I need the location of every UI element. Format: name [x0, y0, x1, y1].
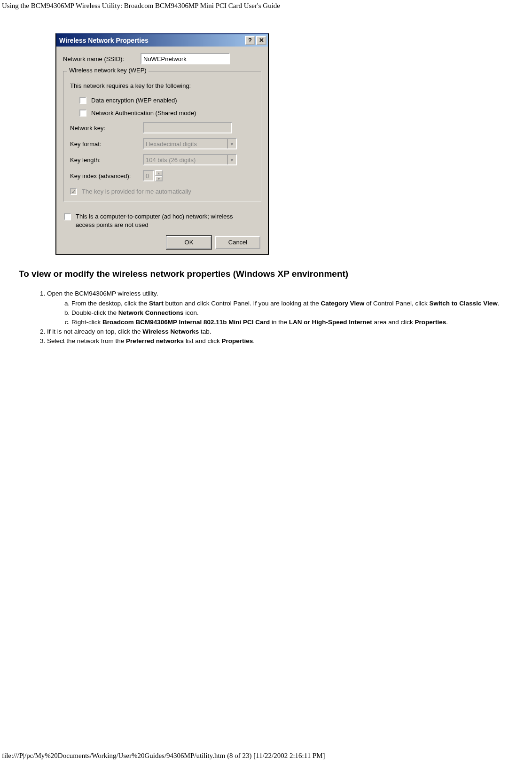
key-length-value: 104 bits (26 digits)	[144, 156, 227, 164]
cancel-button[interactable]: Cancel	[215, 236, 260, 249]
key-format-value: Hexadecimal digits	[144, 141, 227, 148]
key-index-label: Key index (advanced):	[70, 172, 143, 180]
auth-label: Network Authentication (Shared mode)	[91, 109, 196, 117]
step-2: If it is not already on top, click the W…	[47, 328, 532, 336]
dialog-title: Wireless Network Properties	[59, 37, 244, 44]
auth-checkbox[interactable]	[79, 109, 86, 117]
titlebar: Wireless Network Properties ? ✕	[56, 33, 268, 47]
step-1: Open the BCM94306MP wireless utility. Fr…	[47, 289, 532, 327]
spinner-up-icon: ▲	[155, 170, 163, 176]
dialog-screenshot: Wireless Network Properties ? ✕ Network …	[55, 33, 532, 255]
chevron-down-icon: ▼	[227, 139, 236, 148]
auto-key-label: The key is provided for me automatically	[82, 188, 191, 195]
instructions: Open the BCM94306MP wireless utility. Fr…	[34, 289, 532, 345]
adhoc-label: This is a computer-to-computer (ad hoc) …	[76, 212, 235, 229]
close-button[interactable]: ✕	[256, 36, 266, 45]
ok-button[interactable]: OK	[166, 236, 211, 249]
ssid-label: Network name (SSID):	[63, 55, 141, 62]
encryption-label: Data encryption (WEP enabled)	[91, 97, 177, 104]
spinner-down-icon: ▼	[155, 176, 163, 181]
step-1b: Double-click the Network Connections ico…	[71, 309, 532, 317]
ssid-input[interactable]	[141, 53, 230, 64]
key-index-spinner: 0 ▲ ▼	[143, 170, 163, 181]
help-button[interactable]: ?	[245, 36, 255, 45]
network-key-input	[143, 122, 232, 133]
step-3: Select the network from the Preferred ne…	[47, 337, 532, 345]
page-header: Using the BCM94306MP Wireless Utility: B…	[0, 0, 532, 10]
step-1c: Right-click Broadcom BCM94306MP Internal…	[71, 318, 532, 327]
key-length-combo: 104 bits (26 digits) ▼	[143, 154, 237, 165]
wireless-properties-dialog: Wireless Network Properties ? ✕ Network …	[55, 33, 269, 255]
wep-desc: This network requires a key for the foll…	[70, 82, 256, 89]
auto-key-checkbox	[70, 188, 77, 195]
encryption-checkbox[interactable]	[79, 97, 86, 104]
wep-groupbox: Wireless network key (WEP) This network …	[63, 71, 261, 202]
key-length-label: Key length:	[70, 156, 143, 164]
key-index-value: 0	[143, 170, 154, 181]
wep-legend: Wireless network key (WEP)	[67, 67, 149, 74]
section-heading: To view or modify the wireless network p…	[19, 269, 532, 279]
chevron-down-icon: ▼	[227, 155, 236, 164]
network-key-label: Network key:	[70, 125, 143, 132]
key-format-label: Key format:	[70, 141, 143, 148]
step-1a: From the desktop, click the Start button…	[71, 299, 532, 308]
adhoc-checkbox[interactable]	[64, 213, 71, 220]
key-format-combo: Hexadecimal digits ▼	[143, 138, 237, 149]
